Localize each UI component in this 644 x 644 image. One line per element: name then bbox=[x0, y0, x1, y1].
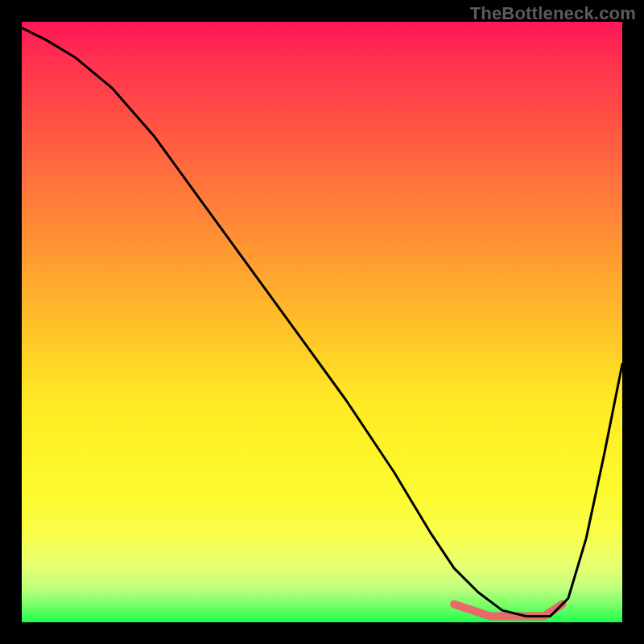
watermark-text: TheBottleneck.com bbox=[470, 3, 636, 24]
bottom-highlight-path bbox=[454, 605, 562, 617]
chart-frame: TheBottleneck.com bbox=[0, 0, 644, 644]
chart-svg bbox=[22, 22, 622, 622]
plot-area bbox=[22, 22, 622, 622]
main-curve-path bbox=[22, 28, 622, 617]
